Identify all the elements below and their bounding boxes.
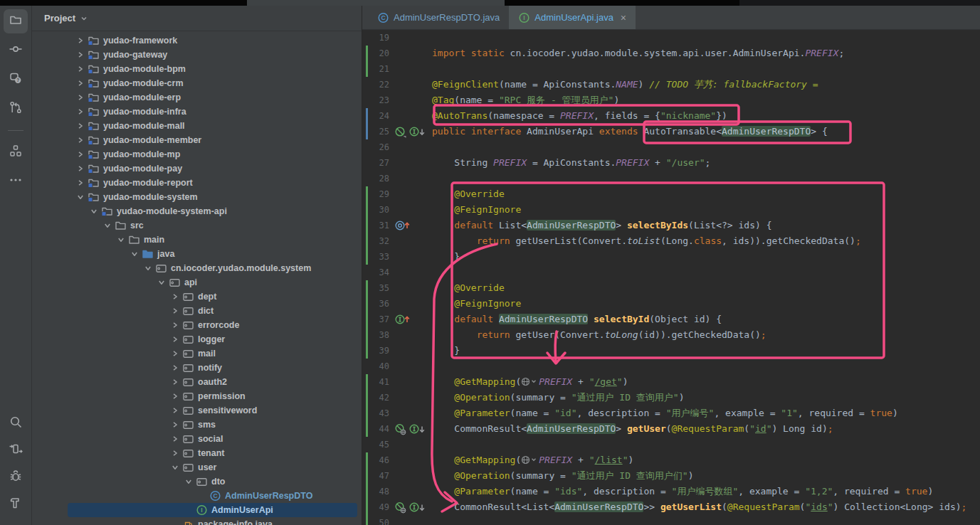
line-number[interactable]: 31: [368, 218, 389, 233]
tree-item-main[interactable]: main: [32, 233, 362, 247]
editor-line-text[interactable]: CommonResult<List<AdminUserRespDTO>> get…: [432, 499, 966, 515]
chevron-expanded-icon[interactable]: [181, 474, 195, 489]
chevron-collapsed-icon[interactable]: [168, 318, 181, 332]
chevron-collapsed-icon[interactable]: [73, 62, 87, 76]
editor-line-text[interactable]: @Override: [432, 280, 505, 296]
line-number[interactable]: 46: [368, 452, 389, 468]
chevron-collapsed-icon[interactable]: [73, 119, 87, 133]
tree-item-oauth2[interactable]: oauth2: [32, 375, 362, 389]
line-number[interactable]: 37: [368, 312, 389, 327]
line-number[interactable]: 33: [368, 249, 389, 265]
editor-line-text[interactable]: }: [432, 343, 460, 359]
tree-item-yudao-module-mp[interactable]: yudao-module-mp: [32, 147, 362, 161]
chevron-collapsed-icon[interactable]: [168, 304, 181, 318]
chevron-collapsed-icon[interactable]: [73, 90, 87, 105]
line-number[interactable]: 40: [368, 359, 389, 374]
activity-structure-button[interactable]: [4, 140, 28, 164]
line-number[interactable]: 26: [368, 139, 389, 155]
tree-item-logger[interactable]: logger: [32, 332, 362, 346]
chevron-collapsed-icon[interactable]: [73, 147, 87, 161]
chevron-expanded-icon[interactable]: [100, 218, 114, 233]
chevron-collapsed-icon[interactable]: [168, 332, 181, 346]
tree-item-yudao-module-pay[interactable]: yudao-module-pay: [32, 161, 362, 176]
editor-line-text[interactable]: public interface AdminUserApi extends Au…: [432, 124, 828, 139]
impl-down-gutter-icon[interactable]: [409, 502, 426, 514]
tree-item-social[interactable]: social: [32, 432, 362, 446]
editor-line-text[interactable]: CommonResult<AdminUserRespDTO> getUser(@…: [432, 421, 833, 437]
editor-line-text[interactable]: @GetMapping(PREFIX + "/list"): [432, 452, 633, 468]
chevron-expanded-icon[interactable]: [114, 233, 127, 247]
tree-item-yudao-framework[interactable]: yudao-framework: [32, 33, 362, 48]
tree-item-yudao-module-system[interactable]: yudao-module-system: [32, 190, 362, 204]
editor-line-text[interactable]: default AdminUserRespDTO selectById(Obje…: [432, 312, 722, 327]
http-mapping-globe-icon[interactable]: [521, 376, 539, 391]
activity-build-button[interactable]: [4, 492, 28, 516]
editor-line-text[interactable]: @FeignIgnore: [432, 202, 521, 218]
tree-item-sms[interactable]: sms: [32, 418, 362, 432]
endpoint-gutter-icon[interactable]: [394, 423, 406, 435]
line-number[interactable]: 47: [368, 468, 389, 484]
impl-down-gutter-icon[interactable]: [409, 126, 426, 138]
chevron-collapsed-icon[interactable]: [168, 361, 181, 375]
http-mapping-globe-icon[interactable]: [521, 454, 539, 470]
tab-AdminUserRespDTO.java[interactable]: CAdminUserRespDTO.java: [368, 6, 509, 29]
editor-line-text[interactable]: }: [432, 249, 460, 265]
line-number[interactable]: 24: [368, 108, 389, 124]
tree-item-api[interactable]: api: [32, 275, 362, 290]
project-tool-window-header[interactable]: Project: [32, 6, 362, 31]
tree-item-AdminUserRespDTO[interactable]: CAdminUserRespDTO: [32, 489, 362, 503]
tree-item-tenant[interactable]: tenant: [32, 446, 362, 460]
line-number[interactable]: 35: [368, 280, 389, 296]
tab-AdminUserApi.java[interactable]: IAdminUserApi.java×: [509, 6, 636, 29]
activity-pull-requests-button[interactable]: [4, 97, 28, 121]
tree-item-sensitiveword[interactable]: sensitiveword: [32, 403, 362, 418]
line-number[interactable]: 48: [368, 484, 389, 499]
code-area[interactable]: 1920import static cn.iocoder.yudao.modul…: [362, 30, 980, 525]
chevron-collapsed-icon[interactable]: [168, 375, 181, 389]
line-number[interactable]: 44: [368, 421, 389, 437]
tree-item-yudao-module-infra[interactable]: yudao-module-infra: [32, 105, 362, 119]
chevron-expanded-icon[interactable]: [87, 204, 100, 218]
editor-line-text[interactable]: @FeignIgnore: [432, 296, 521, 312]
chevron-collapsed-icon[interactable]: [168, 290, 181, 304]
chevron-collapsed-icon[interactable]: [73, 105, 87, 119]
chevron-collapsed-icon[interactable]: [73, 76, 87, 90]
chevron-collapsed-icon[interactable]: [73, 176, 87, 190]
line-number[interactable]: 29: [368, 186, 389, 202]
chevron-expanded-icon[interactable]: [168, 460, 181, 474]
override-up-gutter-icon[interactable]: [394, 220, 411, 232]
line-number[interactable]: 41: [368, 374, 389, 390]
tree-item-user[interactable]: user: [32, 460, 362, 474]
impl-up-gutter-icon[interactable]: [394, 314, 411, 326]
tree-item-dept[interactable]: dept: [32, 290, 362, 304]
line-number[interactable]: 22: [368, 77, 389, 92]
editor-line-text[interactable]: String PREFIX = ApiConstants.PREFIX + "/…: [432, 155, 710, 171]
activity-services-button[interactable]: [4, 438, 28, 462]
tree-item-notify[interactable]: notify: [32, 361, 362, 375]
chevron-expanded-icon[interactable]: [127, 247, 141, 261]
activity-code-review-button[interactable]: ?: [4, 68, 28, 92]
line-number[interactable]: 45: [368, 437, 389, 452]
tree-item-yudao-module-mall[interactable]: yudao-module-mall: [32, 119, 362, 133]
tree-item-yudao-module-system-api[interactable]: yudao-module-system-api: [32, 204, 362, 218]
tree-item-mail[interactable]: mail: [32, 346, 362, 361]
no-entry-gutter-icon[interactable]: [394, 126, 406, 138]
line-number[interactable]: 49: [368, 499, 389, 515]
line-number[interactable]: 42: [368, 390, 389, 405]
chevron-collapsed-icon[interactable]: [73, 48, 87, 62]
tree-item-yudao-module-crm[interactable]: yudao-module-crm: [32, 76, 362, 90]
chevron-expanded-icon[interactable]: [141, 261, 154, 275]
editor-line-text[interactable]: return getUserList(Convert.toList(Long.c…: [432, 233, 861, 249]
chevron-collapsed-icon[interactable]: [168, 432, 181, 446]
editor-line-text[interactable]: @Parameter(name = "id", description = "用…: [432, 405, 898, 421]
activity-commit-button[interactable]: [4, 38, 28, 63]
line-number[interactable]: 32: [368, 233, 389, 249]
editor-line-text[interactable]: @Operation(summary = "通过用户 ID 查询用户们"): [432, 468, 693, 484]
line-number[interactable]: 27: [368, 155, 389, 171]
editor-line-text[interactable]: @Override: [432, 186, 505, 202]
tree-item-AdminUserApi[interactable]: IAdminUserApi: [32, 503, 362, 517]
editor-line-text[interactable]: @Parameter(name = "ids", description = "…: [432, 484, 933, 499]
endpoint-gutter-icon[interactable]: [394, 502, 406, 514]
tree-item-package-info.java[interactable]: package-info.java: [32, 517, 362, 525]
editor-line-text[interactable]: @Operation(summary = "通过用户 ID 查询用户"): [432, 390, 684, 405]
